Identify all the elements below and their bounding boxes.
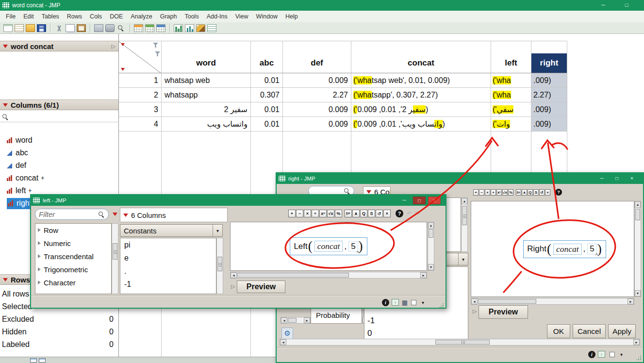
column-header-def[interactable]: def bbox=[283, 41, 351, 73]
op-divide[interactable]: ÷ bbox=[491, 189, 496, 196]
cell-left[interactable]: ('سفي bbox=[491, 102, 531, 117]
op-subtract[interactable]: − bbox=[296, 210, 303, 217]
menu-help[interactable]: Help bbox=[281, 11, 302, 22]
op-q[interactable]: Q bbox=[528, 189, 533, 196]
table-view-icon[interactable] bbox=[39, 358, 46, 363]
scrollbar-thumb[interactable] bbox=[217, 257, 222, 271]
scrollbar-thumb[interactable] bbox=[288, 318, 297, 323]
function-group-numeric[interactable]: Numeric bbox=[35, 237, 111, 250]
window-up-icon[interactable]: ↑ bbox=[392, 299, 399, 306]
op-add[interactable]: + bbox=[473, 189, 479, 196]
minimize-button[interactable]: ─ bbox=[594, 0, 612, 11]
sidebar-item-def[interactable]: def bbox=[0, 159, 119, 172]
formula-canvas[interactable]: Left ( concat , 5^ ) bbox=[230, 222, 427, 271]
scroll-right-icon[interactable]: ► bbox=[304, 317, 310, 323]
function-group-probability[interactable]: Probability bbox=[312, 311, 361, 320]
distribution-icon[interactable] bbox=[174, 24, 183, 32]
scrollbar-thumb[interactable] bbox=[435, 340, 490, 345]
menu-addins[interactable]: Add-Ins bbox=[203, 11, 231, 22]
minimize-button[interactable]: ─ bbox=[595, 175, 608, 182]
scrollbar-thumb[interactable] bbox=[462, 206, 467, 225]
op-percent[interactable]: % bbox=[335, 210, 342, 217]
columns-menu-red-triangle-icon[interactable] bbox=[121, 43, 125, 46]
formula-argument[interactable]: concat bbox=[553, 244, 582, 255]
help-icon[interactable]: ? bbox=[555, 189, 562, 196]
cell-left[interactable]: ('وات bbox=[491, 117, 531, 132]
cut-icon[interactable] bbox=[54, 24, 64, 32]
info-icon[interactable]: i bbox=[382, 299, 389, 306]
save-file-icon[interactable] bbox=[37, 24, 46, 32]
scrollbar-thumb[interactable] bbox=[478, 299, 536, 304]
resize-grip[interactable] bbox=[636, 355, 642, 361]
constant-item[interactable]: pi bbox=[120, 238, 216, 251]
constant-item[interactable]: -1 bbox=[120, 278, 216, 291]
annotate-icon[interactable] bbox=[196, 24, 205, 32]
row-number[interactable]: 2 bbox=[119, 88, 162, 102]
op-power[interactable]: xⁿ bbox=[319, 210, 327, 217]
sidebar-item-word[interactable]: word bbox=[0, 134, 119, 147]
cell-right[interactable]: .009) bbox=[531, 102, 567, 117]
red-triangle-icon[interactable] bbox=[366, 190, 371, 194]
cell-concat[interactable]: ('سفير 2', 0.01, 0.009) bbox=[351, 102, 491, 117]
scroll-left-icon[interactable]: ◄ bbox=[471, 298, 478, 304]
cell-abc[interactable]: 0.01 bbox=[251, 117, 283, 132]
data-table-orange-icon[interactable] bbox=[134, 24, 143, 32]
op-root[interactable]: √x bbox=[502, 189, 508, 196]
op-multiply[interactable]: × bbox=[304, 210, 311, 217]
paste-icon[interactable] bbox=[77, 24, 86, 32]
scroll-left-icon[interactable]: ◄ bbox=[281, 317, 287, 323]
disclosure-icon[interactable]: ▷ bbox=[231, 283, 235, 290]
columns-scrollbar[interactable]: ▲ bbox=[461, 198, 468, 252]
search-icon[interactable] bbox=[2, 114, 9, 120]
op-delete[interactable]: × bbox=[545, 189, 550, 196]
cell-right[interactable]: .009) bbox=[531, 117, 567, 132]
column-header-concat[interactable]: concat bbox=[351, 41, 491, 73]
cell-concat[interactable]: ('واتساب ويب', 0.01, 0.009) bbox=[351, 117, 491, 132]
cell-right[interactable]: 2.27) bbox=[531, 88, 567, 102]
op-multiply[interactable]: × bbox=[485, 189, 490, 196]
scrollbar-thumb[interactable] bbox=[429, 229, 433, 238]
columns-panel-header[interactable]: Columns (6/1) bbox=[0, 99, 118, 110]
function-group-row[interactable]: Row bbox=[35, 224, 111, 237]
maximize-button[interactable]: □ bbox=[413, 197, 426, 204]
op-power[interactable]: xⁿ bbox=[496, 189, 502, 196]
cell-def[interactable]: 0.009 bbox=[283, 73, 351, 88]
op-root[interactable]: √x bbox=[327, 210, 334, 217]
chart-icon[interactable] bbox=[185, 24, 194, 32]
table-panel-header[interactable]: word concat ▷ bbox=[0, 41, 118, 51]
op-assign[interactable]: t= bbox=[345, 210, 352, 217]
cell-word[interactable]: سفير 2 bbox=[162, 102, 251, 117]
settings-gear-button[interactable]: ⚙ bbox=[281, 328, 293, 339]
formula-number[interactable]: 5^ bbox=[348, 241, 358, 252]
constant-item[interactable]: 0 bbox=[367, 328, 372, 339]
column-header-word[interactable]: word bbox=[162, 41, 251, 73]
scroll-up-icon[interactable]: ▲ bbox=[462, 198, 467, 204]
resize-grip[interactable] bbox=[438, 302, 444, 308]
red-triangle-icon[interactable] bbox=[3, 278, 8, 281]
collapse-icon[interactable]: ▷ bbox=[112, 43, 116, 50]
scroll-up-icon[interactable]: ▲ bbox=[428, 222, 434, 229]
menu-view[interactable]: View bbox=[231, 11, 252, 22]
column-header-right[interactable]: right bbox=[531, 41, 567, 73]
window-up-icon[interactable]: ↑ bbox=[598, 351, 605, 358]
data-table-blue-icon[interactable] bbox=[156, 24, 165, 32]
menu-doe[interactable]: DOE bbox=[106, 11, 127, 22]
cell-def[interactable]: 0.009 bbox=[283, 117, 351, 132]
sidebar-item-abc[interactable]: abc bbox=[0, 147, 119, 159]
scroll-down-icon[interactable]: ▼ bbox=[635, 290, 641, 297]
row-number[interactable]: 4 bbox=[119, 117, 162, 132]
lock-icon[interactable] bbox=[105, 24, 115, 32]
column-header-abc[interactable]: abc bbox=[251, 41, 283, 73]
dropdown-icon[interactable]: ▾ bbox=[620, 351, 623, 358]
op-divide[interactable]: ÷ bbox=[312, 210, 319, 217]
data-table-green-icon[interactable] bbox=[145, 24, 154, 32]
op-s[interactable]: S bbox=[533, 189, 539, 196]
scroll-up-icon[interactable]: ▲ bbox=[635, 201, 641, 208]
formula-expression[interactable]: Left ( concat , 5^ ) bbox=[290, 237, 367, 255]
menu-tools[interactable]: Tools bbox=[181, 11, 202, 22]
constant-item[interactable]: -1 bbox=[367, 315, 375, 326]
op-subtract[interactable]: − bbox=[479, 189, 484, 196]
column-header-left[interactable]: left bbox=[491, 41, 531, 73]
filter-funnel-icon[interactable] bbox=[155, 51, 160, 56]
cell-concat[interactable]: ('whatsap web', 0.01, 0.009) bbox=[351, 73, 491, 88]
